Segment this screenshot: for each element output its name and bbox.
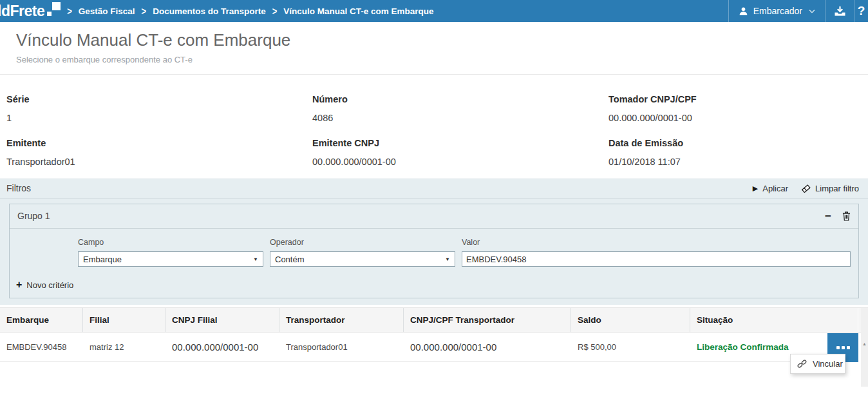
- numero-value: 4086: [312, 113, 396, 124]
- eraser-icon: [801, 184, 811, 193]
- filters-panel: Filtros ▶ Aplicar Limpar: [0, 179, 868, 305]
- user-icon: [739, 6, 748, 16]
- serie-value: 1: [6, 113, 75, 124]
- ellipsis-icon: [842, 346, 845, 349]
- app-screen: ldFrete > Gestão Fiscal > Documentos do …: [0, 0, 868, 406]
- valor-label: Valor: [462, 238, 851, 247]
- emitente-cnpj-value: 00.000.000/0001-00: [312, 157, 396, 168]
- column-header-filial: Filial: [83, 308, 165, 332]
- row-actions-menu: Vincular: [790, 354, 845, 374]
- results-table: Embarque Filial CNPJ Filial Transportado…: [0, 307, 868, 406]
- table-header-row: Embarque Filial CNPJ Filial Transportado…: [0, 307, 868, 333]
- user-menu-button[interactable]: Embarcador: [728, 0, 825, 22]
- apply-filter-button[interactable]: ▶ Aplicar: [753, 184, 788, 193]
- emitente-cnpj-label: Emitente CNPJ: [312, 138, 396, 149]
- plus-icon: +: [16, 280, 22, 290]
- download-button[interactable]: [825, 0, 854, 22]
- operador-selected-value: Contém: [275, 255, 305, 264]
- filter-group-header: Grupo 1 −: [10, 204, 858, 229]
- cte-details: Série 1 Emitente Transportador01 Número …: [0, 75, 868, 179]
- cell-transportador: Transportador01: [279, 342, 404, 352]
- cell-saldo: R$ 500,00: [571, 342, 690, 352]
- chevron-right-icon: >: [272, 5, 278, 17]
- play-icon: ▶: [753, 184, 758, 193]
- table-row[interactable]: EMBDEV.90458 matriz 12 00.000.000/0001-0…: [0, 333, 858, 362]
- top-navigation-bar: ldFrete > Gestão Fiscal > Documentos do …: [0, 0, 868, 22]
- logo-squares-icon: [46, 1, 61, 17]
- column-header-cnpj-filial: CNPJ Filial: [165, 308, 279, 332]
- data-emissao-label: Data de Emissão: [609, 138, 697, 149]
- campo-selected-value: Embarque: [83, 255, 122, 264]
- column-header-transportador: Transportador: [279, 308, 404, 332]
- serie-label: Série: [6, 94, 75, 105]
- column-header-saldo: Saldo: [571, 308, 690, 332]
- column-header-situacao: Situação: [690, 308, 858, 332]
- chevron-right-icon: >: [67, 5, 72, 17]
- user-menu-label: Embarcador: [753, 6, 802, 16]
- filter-group: Grupo 1 − Campo: [9, 204, 859, 298]
- apply-filter-label: Aplicar: [762, 184, 788, 193]
- trash-icon: [842, 211, 851, 221]
- help-icon: ?: [858, 4, 865, 18]
- delete-group-button[interactable]: [842, 211, 851, 221]
- page-subtitle: Selecione o embarque correspondente ao C…: [16, 55, 868, 64]
- chevron-down-icon: [809, 9, 815, 14]
- clear-filter-label: Limpar filtro: [815, 184, 859, 193]
- operador-select[interactable]: Contém ▼: [270, 251, 455, 267]
- cell-embarque: EMBDEV.90458: [0, 342, 83, 352]
- column-header-embarque: Embarque: [0, 308, 83, 332]
- cell-cnpj-transportador: 00.000.000/0001-00: [404, 342, 571, 353]
- app-logo[interactable]: ldFrete: [0, 3, 44, 20]
- new-criteria-label: Novo critério: [26, 280, 73, 290]
- select-arrow-icon: ▼: [445, 256, 450, 262]
- page-title: Vínculo Manual CT-e com Embarque: [16, 30, 868, 50]
- emitente-value: Transportador01: [6, 157, 75, 168]
- select-arrow-icon: ▼: [253, 256, 258, 262]
- filters-title: Filtros: [0, 179, 868, 198]
- new-criteria-button[interactable]: + Novo critério: [16, 280, 73, 290]
- clear-filter-button[interactable]: Limpar filtro: [801, 184, 859, 193]
- breadcrumb-gestao-fiscal[interactable]: Gestão Fiscal: [79, 6, 135, 16]
- filter-criteria-row: Campo Embarque ▼ Operador Contém ▼ Valor: [78, 238, 851, 267]
- column-header-cnpj-transportador: CNPJ/CPF Transportador: [404, 308, 571, 332]
- breadcrumb-documentos-do-transporte[interactable]: Documentos do Transporte: [153, 6, 266, 16]
- vincular-menu-item[interactable]: Vincular: [813, 359, 843, 369]
- campo-label: Campo: [78, 238, 263, 247]
- filter-group-title: Grupo 1: [17, 204, 851, 228]
- campo-select[interactable]: Embarque ▼: [78, 251, 263, 267]
- breadcrumb: > Gestão Fiscal > Documentos do Transpor…: [67, 6, 433, 16]
- vertical-scrollbar[interactable]: ▲: [861, 308, 868, 387]
- ellipsis-icon: [836, 346, 840, 349]
- scroll-up-icon[interactable]: ▲: [861, 342, 868, 346]
- ellipsis-icon: [847, 346, 850, 349]
- operador-label: Operador: [270, 238, 455, 247]
- page-header: Vínculo Manual CT-e com Embarque Selecio…: [0, 22, 868, 75]
- help-button[interactable]: ?: [854, 0, 868, 22]
- tomador-label: Tomador CNPJ/CPF: [609, 94, 697, 105]
- topbar-actions: Embarcador ?: [728, 0, 868, 22]
- numero-label: Número: [312, 94, 396, 105]
- cell-cnpj-filial: 00.000.000/0001-00: [165, 342, 279, 353]
- collapse-group-button[interactable]: −: [825, 211, 831, 222]
- chevron-right-icon: >: [142, 5, 147, 17]
- link-icon: [797, 359, 807, 369]
- valor-input[interactable]: [462, 251, 851, 267]
- emitente-label: Emitente: [6, 138, 75, 149]
- tomador-value: 00.000.000/0001-00: [609, 113, 697, 124]
- download-icon: [834, 6, 846, 17]
- data-emissao-value: 01/10/2018 11:07: [609, 157, 697, 168]
- filters-header: Filtros ▶ Aplicar Limpar: [0, 179, 868, 198]
- cell-filial: matriz 12: [83, 342, 165, 352]
- breadcrumb-vinculo-manual[interactable]: Vínculo Manual CT-e com Embarque: [283, 6, 433, 16]
